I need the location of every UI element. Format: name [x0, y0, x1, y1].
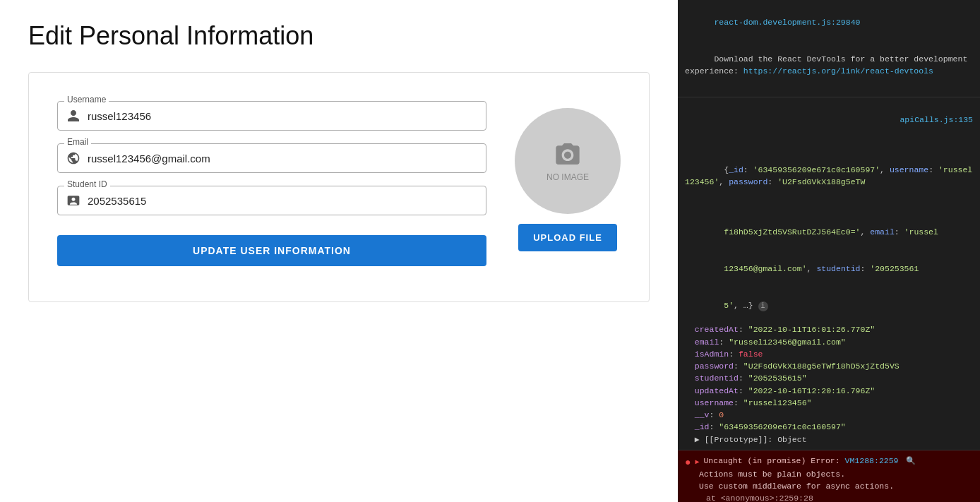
error-circle-icon: ● — [685, 457, 691, 468]
react-dom-link[interactable]: react-dom.development.js:29840 — [714, 18, 860, 27]
studentid-label: Student ID — [64, 179, 110, 189]
studentid-value: 2052535615 — [88, 195, 146, 207]
page-title: Edit Personal Information — [28, 21, 650, 51]
studentid-field-group: Student ID 2052535615 — [57, 186, 486, 215]
react-devtools-link[interactable]: https://reactjs.org/link/react-devtools — [743, 66, 933, 76]
error-triangle-icon: ▶ — [695, 458, 699, 466]
upload-file-button[interactable]: UPLOAD FILE — [518, 224, 617, 251]
email-field-group: Email russel123456@gmail.com — [57, 143, 486, 173]
info-icon[interactable]: i — [758, 301, 768, 311]
devtools-object-section: apiCalls.js:135 {_id: '63459356209e671c0… — [678, 97, 980, 450]
username-field-wrapper: russel123456 — [57, 101, 486, 131]
studentid-field-wrapper: 2052535615 — [57, 186, 486, 215]
username-value: russel123456 — [88, 110, 151, 122]
update-user-button[interactable]: UPDATE USER INFORMATION — [57, 235, 486, 266]
email-field-wrapper: russel123456@gmail.com — [57, 143, 486, 173]
email-value: russel123456@gmail.com — [88, 153, 210, 165]
avatar-section: NO IMAGE UPLOAD FILE — [515, 101, 621, 251]
object-line: {_id: '63459356209e671c0c160597', userna… — [685, 165, 972, 199]
avatar-image: NO IMAGE — [515, 108, 621, 214]
username-field-group: Username russel123456 — [57, 101, 486, 131]
email-icon — [66, 151, 80, 165]
api-calls-link[interactable]: apiCalls.js:135 — [900, 115, 973, 124]
username-label: Username — [64, 95, 109, 104]
user-icon — [66, 109, 80, 123]
form-fields: Username russel123456 Email russel123456… — [57, 101, 486, 266]
email-label: Email — [64, 137, 91, 147]
devtools-top-message: react-dom.development.js:29840 Download … — [678, 0, 980, 97]
devtools-error-section: ● ▶ Uncaught (in promise) Error: VM1288:… — [678, 450, 980, 502]
stack-frame-1: at <anonymous>:2259:28 — [706, 492, 973, 502]
devtools-panel: react-dom.development.js:29840 Download … — [678, 0, 980, 502]
error-message-2: Use custom middleware for async actions. — [699, 480, 973, 492]
error-vm-link[interactable]: VM1288:2259 — [845, 456, 899, 465]
id-card-icon — [66, 193, 80, 208]
error-message-1: Actions must be plain objects. — [699, 468, 973, 480]
form-card: Username russel123456 Email russel123456… — [28, 72, 650, 302]
error-main-text: Uncaught (in promise) Error: VM1288:2259… — [703, 456, 916, 465]
error-header: ● ▶ Uncaught (in promise) Error: VM1288:… — [685, 456, 973, 468]
no-image-label: NO IMAGE — [546, 172, 589, 182]
magnify-icon: 🔍 — [906, 457, 916, 465]
left-panel: Edit Personal Information Username russe… — [0, 0, 678, 502]
